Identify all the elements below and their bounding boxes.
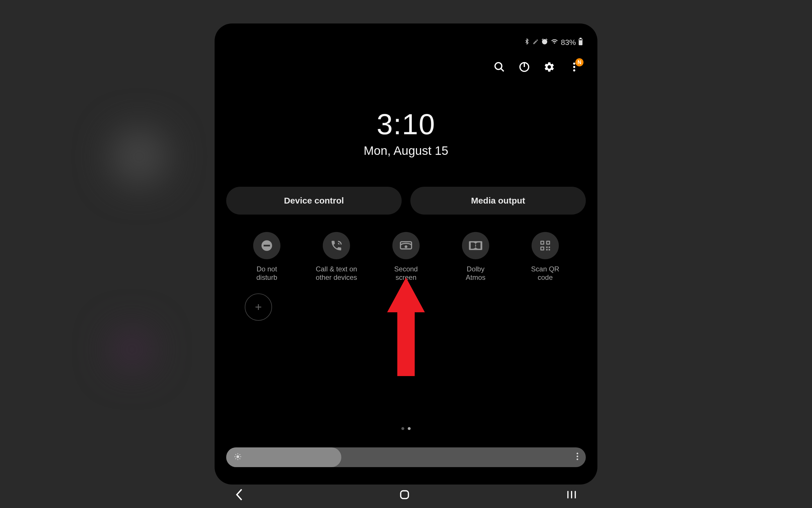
power-icon[interactable] — [518, 61, 530, 73]
svg-line-36 — [240, 454, 240, 455]
svg-point-37 — [576, 453, 578, 454]
svg-point-28 — [237, 455, 239, 458]
wifi-icon — [550, 38, 559, 47]
bluetooth-icon — [524, 38, 530, 47]
annotation-arrow — [387, 278, 425, 377]
notification-badge: N — [575, 58, 584, 67]
clock-date: Mon, August 15 — [223, 144, 589, 158]
navigation-bar — [215, 488, 597, 502]
svg-line-35 — [236, 458, 236, 459]
svg-rect-11 — [264, 245, 270, 247]
toggle-do-not-disturb[interactable]: Do not disturb — [241, 232, 293, 282]
svg-rect-24 — [549, 249, 550, 251]
second-screen-icon — [392, 232, 420, 259]
brightness-icon — [234, 453, 242, 462]
quick-toggles: Do not disturb Call & text on other devi… — [223, 232, 589, 282]
dnd-icon — [253, 232, 281, 259]
add-toggle-button[interactable] — [245, 293, 272, 321]
svg-point-9 — [573, 69, 575, 71]
page-dot — [401, 427, 404, 430]
page-indicator[interactable] — [223, 427, 589, 430]
toggle-label: Do not disturb — [256, 265, 277, 282]
settings-icon[interactable] — [544, 61, 555, 73]
svg-point-3 — [495, 62, 502, 69]
background-glow — [110, 328, 154, 371]
svg-point-39 — [576, 458, 578, 460]
status-bar: 83% — [223, 35, 589, 50]
toggle-label: Call & text on other devices — [316, 265, 357, 282]
clock-time: 3:10 — [223, 108, 589, 141]
toggle-dolby-atmos[interactable]: Dolby Atmos — [450, 232, 502, 282]
toggle-scan-qr[interactable]: Scan QR code — [519, 232, 571, 282]
svg-line-4 — [501, 69, 504, 71]
svg-point-7 — [573, 62, 575, 65]
svg-rect-18 — [547, 242, 549, 244]
svg-rect-2 — [579, 39, 582, 40]
device-control-label: Device control — [284, 196, 344, 206]
toggle-label: Dolby Atmos — [466, 265, 485, 282]
dolby-icon — [462, 232, 489, 259]
pen-icon — [532, 38, 539, 47]
svg-rect-1 — [580, 38, 582, 39]
toggle-second-screen[interactable]: Second screen — [380, 232, 432, 282]
svg-rect-23 — [546, 249, 548, 251]
battery-percent: 83% — [561, 38, 576, 47]
qr-icon — [531, 232, 559, 259]
page-dot-active — [408, 427, 411, 430]
alarm-icon — [541, 38, 548, 47]
more-icon[interactable]: N — [568, 61, 580, 73]
svg-rect-16 — [542, 242, 544, 244]
battery-icon — [578, 38, 583, 47]
tablet-screen: 83% N 3:10 Mon, August 15 Device control — [215, 24, 597, 484]
call-sync-icon — [323, 232, 350, 259]
toggle-call-text-devices[interactable]: Call & text on other devices — [310, 232, 362, 282]
svg-line-34 — [240, 458, 240, 459]
home-button[interactable] — [399, 489, 410, 502]
search-icon[interactable] — [494, 61, 505, 73]
svg-point-8 — [573, 66, 575, 68]
media-output-button[interactable]: Media output — [410, 187, 586, 215]
svg-point-38 — [576, 456, 578, 457]
svg-marker-27 — [387, 278, 425, 376]
svg-rect-20 — [542, 248, 544, 250]
svg-point-13 — [405, 246, 407, 248]
svg-line-33 — [236, 454, 236, 455]
svg-rect-22 — [549, 247, 550, 248]
recents-button[interactable] — [566, 490, 577, 501]
brightness-more-icon[interactable] — [576, 452, 579, 463]
panel-actions: N — [223, 50, 589, 73]
svg-rect-21 — [546, 247, 548, 248]
background-glow — [110, 128, 168, 185]
brightness-fill — [226, 448, 341, 467]
svg-rect-40 — [401, 491, 409, 499]
toggle-label: Scan QR code — [531, 265, 559, 282]
clock-block: 3:10 Mon, August 15 — [223, 108, 589, 158]
device-control-button[interactable]: Device control — [226, 187, 402, 215]
brightness-slider[interactable] — [226, 448, 586, 467]
media-output-label: Media output — [471, 196, 525, 206]
back-button[interactable] — [235, 488, 243, 502]
